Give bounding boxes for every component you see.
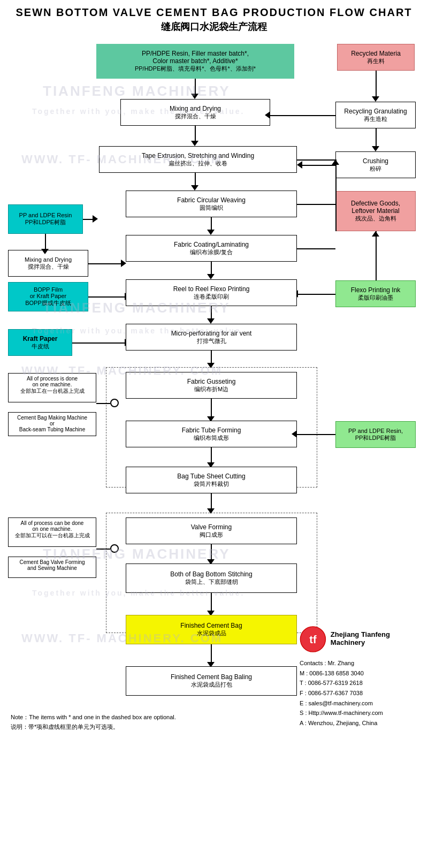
- reel-flexo-zh: 连卷柔版印刷: [194, 293, 229, 301]
- line-valve-down: [211, 544, 212, 560]
- recycling-granulating-en: Recycling Granulating: [344, 108, 407, 115]
- pp-ldpe-resin-1-en: PP and LDPE Resin: [19, 212, 72, 218]
- line-gran-to-mix: [270, 115, 335, 116]
- reel-flexo-box: Reel to Reel Flexo Printing 连卷柔版印刷: [126, 279, 297, 306]
- bopp-film-box: BOPP Filmor Kraft Paper BOPP膜或牛皮纸: [8, 282, 88, 311]
- mixing-drying-1-box: Mixing and Drying 搅拌混合、干燥: [120, 99, 270, 126]
- flexo-ink-en: Flexo Printing Ink: [351, 286, 401, 294]
- line-bopp-right: [88, 296, 126, 298]
- line-crushing-left: [302, 165, 335, 166]
- bag-tube-cutting-box: Bag Tube Sheet Cutting 袋筒片料裁切: [126, 467, 297, 493]
- fabric-circular-box: Fabric Circular Weaving 圆筒编织: [126, 191, 297, 217]
- valve-forming-zh: 阀口成形: [200, 531, 223, 539]
- fabric-tube-box: Fabric Tube Forming 编织布筒成形: [126, 421, 297, 447]
- line-mix2-right: [88, 263, 122, 264]
- both-stitching-zh: 袋筒上、下底部缝纫: [185, 578, 238, 586]
- recycled-materia-en: Recycled Materia: [351, 50, 401, 57]
- line-ppldpe2-left: [297, 434, 335, 435]
- micro-perforating-zh: 打排气微孔: [197, 337, 226, 345]
- both-stitching-box: Both of Bag Bottom Stitching 袋筒上、下底部缝纫: [126, 564, 297, 593]
- crushing-box: Crushing 粉碎: [335, 151, 416, 178]
- line-stitching-down: [211, 593, 212, 612]
- line-sidenote1: [96, 403, 110, 404]
- mixing-drying-1-en: Mixing and Drying: [170, 105, 221, 112]
- finished-baling-en: Finished Cement Bag Baling: [171, 673, 252, 681]
- bag-tube-cutting-zh: 袋筒片料裁切: [194, 480, 229, 488]
- side-note-2: All of process can be doneon one machine…: [8, 517, 96, 547]
- raw-material-box: PP/HDPE Resin, Filler master batch*,Colo…: [96, 44, 294, 79]
- arrow-circular-down: [207, 230, 215, 235]
- side-note-1-text: All of process is doneon one machine.全部加…: [20, 376, 85, 394]
- arrow-granulating-down: [372, 146, 379, 151]
- page-container: TIANFENG MACHINERY Together with you, ma…: [0, 0, 428, 868]
- arrow-mix1-down: [191, 141, 198, 146]
- fabric-gusseting-zh: 编织布折M边: [194, 385, 228, 393]
- fabric-coating-en: Fabric Coating/Laminating: [174, 241, 249, 248]
- company-name: Zhejiang Tianfeng Machinery: [331, 630, 417, 646]
- line-sidenote2: [96, 549, 110, 550]
- mixing-drying-1-zh: 搅拌混合、干燥: [175, 112, 216, 120]
- defective-goods-zh: 残次品、边角料: [355, 215, 396, 223]
- tape-extrusion-zh: 扁丝挤出、拉伸、收卷: [169, 159, 227, 167]
- recycling-granulating-zh: 再生造粒: [364, 115, 387, 123]
- tf-logo-svg: tf: [300, 625, 326, 654]
- contact-mobile: M : 0086-138 6858 3040: [300, 668, 417, 679]
- line-ppldpe-down: [45, 234, 46, 250]
- title-section: SEWN BOTTOM VALVE CEMENT BAG PRODUCTION …: [5, 5, 423, 33]
- contact-contacts: Contacts : Mr. Zhang: [300, 658, 417, 668]
- fabric-circular-zh: 圆筒编织: [200, 204, 223, 212]
- pp-ldpe-resin-2-box: PP and LDPE Resin,PP和LDPE树脂: [335, 421, 416, 448]
- contact-fax: F : 0086-577-6367 7038: [300, 688, 417, 698]
- finished-bag-en: Finished Cement Bag: [180, 622, 242, 629]
- arrow-right-vert-up: [332, 159, 339, 165]
- mixing-drying-2-zh: 搅拌混合、干燥: [28, 263, 69, 271]
- bag-tube-cutting-en: Bag Tube Sheet Cutting: [177, 473, 245, 480]
- valve-forming-en: Valve Forming: [191, 523, 232, 531]
- arrow-ppldpe-down: [41, 249, 49, 254]
- arrow-flexo-down: [207, 318, 215, 324]
- crushing-zh: 粉碎: [370, 165, 381, 173]
- arrow-tape-down: [191, 185, 198, 191]
- arrow-coating-down: [207, 274, 215, 279]
- line-flexo-down: [211, 306, 212, 319]
- arrow-gran-to-mix: [265, 111, 270, 119]
- flow-area: PP/HDPE Resin, Filler master batch*,Colo…: [5, 39, 423, 857]
- line-tape-to-crush: [297, 159, 335, 161]
- micro-perforating-box: Micro-perforating for air vent 打排气微孔: [126, 324, 297, 351]
- fabric-tube-zh: 编织布筒成形: [194, 434, 229, 442]
- flexo-ink-box: Flexo Printing Ink 柔版印刷油墨: [335, 280, 416, 307]
- contact-email: E : sales@tf-machinery.com: [300, 698, 417, 709]
- kraft-paper-en: Kraft Paper: [23, 335, 58, 342]
- fabric-gusseting-box: Fabric Gusseting 编织布折M边: [126, 372, 297, 399]
- line-finished-down: [211, 644, 212, 663]
- footer-note-en: Note：The items with * and one in the das…: [11, 713, 176, 722]
- bopp-film-zh: BOPP膜或牛皮纸: [25, 299, 71, 307]
- contact-tel: T : 0086-577-6319 2618: [300, 678, 417, 688]
- arrow-ppldpe-right: [93, 215, 98, 223]
- raw-material-zh: PP/HDPE树脂、填充母料*、色母料*、添加剂*: [135, 65, 256, 73]
- reel-flexo-en: Reel to Reel Flexo Printing: [173, 285, 250, 293]
- contact-site: S : Http://www.tf-machinery.com: [300, 708, 417, 718]
- svg-text:tf: tf: [309, 634, 317, 645]
- circle-connector-2: [110, 544, 119, 553]
- line-right-vertical: [335, 159, 337, 231]
- side-note-2-text: All of process can be doneon one machine…: [15, 520, 90, 538]
- fabric-coating-box: Fabric Coating/Laminating 编织布涂膜/复合: [126, 235, 297, 262]
- mixing-drying-2-en: Mixing and Drying: [25, 256, 72, 263]
- defective-goods-en: Defective Goods,Leftover Material: [351, 200, 400, 215]
- arrow-down-1: [191, 94, 198, 99]
- bopp-film-en: BOPP Filmor Kraft Paper: [30, 286, 66, 299]
- flexo-ink-zh: 柔版印刷油墨: [358, 294, 393, 302]
- footer-note: Note：The items with * and one in the das…: [11, 713, 176, 849]
- line-coating-down: [211, 262, 212, 275]
- fabric-tube-en: Fabric Tube Forming: [182, 427, 241, 434]
- line-ppldpe-right: [83, 219, 94, 220]
- title-en: SEWN BOTTOM VALVE CEMENT BAG PRODUCTION …: [5, 5, 423, 19]
- side-note-2-machine: Cement Bag Valve Formingand Sewing Machi…: [8, 557, 96, 578]
- line-granulating-down: [376, 128, 377, 147]
- recycling-granulating-box: Recycling Granulating 再生造粒: [335, 102, 416, 128]
- kraft-paper-box: Kraft Paper 牛皮纸: [8, 329, 72, 356]
- line-kraft-right: [72, 342, 126, 344]
- tape-extrusion-en: Tape Extrusion, Stretching and Winding: [142, 152, 254, 159]
- contact-address: A : Wenzhou, Zhejiang, China: [300, 718, 417, 728]
